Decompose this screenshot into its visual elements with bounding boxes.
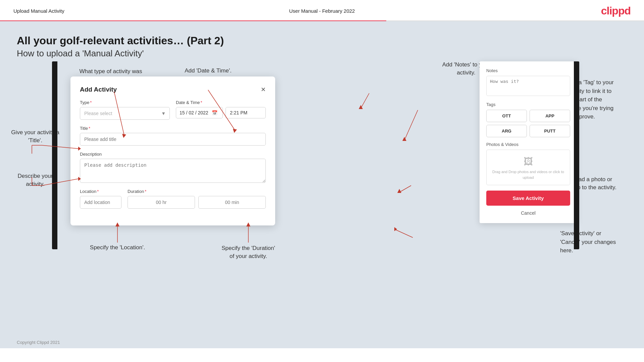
duration-hr-input[interactable] <box>128 196 195 209</box>
page-title: Upload Manual Activity <box>13 8 64 14</box>
modal-header: Add Activity ✕ <box>80 86 266 93</box>
notes-label: Notes <box>486 68 570 73</box>
tag-arg[interactable]: ARG <box>486 125 527 137</box>
calendar-icon: 📅 <box>212 110 217 115</box>
footer: Copyright Clippd 2021 <box>0 337 644 348</box>
annotation-duration: Specify the 'Duration' of your activity. <box>211 244 285 260</box>
form-row-type-date: Type* Please select ▼ Date & Time* 15 / … <box>80 100 266 120</box>
annotation-location: Specify the 'Location'. <box>84 244 151 251</box>
datetime-label: Date & Time* <box>176 100 266 105</box>
tag-ott[interactable]: OTT <box>486 110 527 122</box>
svg-marker-15 <box>402 137 406 141</box>
phone-side-bar-left <box>52 61 57 249</box>
page-subheading: How to upload a 'Manual Activity' <box>17 48 627 59</box>
svg-marker-19 <box>394 227 397 231</box>
phone-content: Notes Tags OTT APP ARG PUTT Photos & Vid… <box>480 61 577 223</box>
title-label: Title* <box>80 126 266 131</box>
top-bar: Upload Manual Activity User Manual - Feb… <box>0 0 644 20</box>
time-input[interactable] <box>226 107 266 118</box>
tags-grid: OTT APP ARG PUTT <box>486 110 570 137</box>
location-label: Location* <box>80 189 121 194</box>
add-activity-modal: Add Activity ✕ Type* Please select ▼ Dat… <box>70 76 275 225</box>
form-group-type: Type* Please select ▼ <box>80 100 170 120</box>
annotation-date-time: Add 'Date & Time'. <box>178 67 238 74</box>
type-select[interactable]: Please select <box>80 107 170 120</box>
date-input[interactable]: 15 / 02 / 2022 📅 <box>176 107 223 118</box>
phone-panel: Notes Tags OTT APP ARG PUTT Photos & Vid… <box>480 61 577 223</box>
form-group-location: Location* <box>80 189 121 209</box>
logo: clippd <box>601 5 631 17</box>
date-time-row: 15 / 02 / 2022 📅 <box>176 107 266 118</box>
svg-line-14 <box>404 110 418 140</box>
duration-min-input[interactable] <box>198 196 266 209</box>
duration-inputs <box>128 196 266 209</box>
svg-line-12 <box>361 93 369 108</box>
save-activity-button[interactable]: Save Activity <box>486 191 570 206</box>
upload-icon: 🖼 <box>490 156 566 167</box>
description-textarea[interactable] <box>80 159 266 183</box>
description-label: Description <box>80 152 266 157</box>
svg-marker-13 <box>359 105 363 109</box>
upload-text: Drag and Drop photos and videos or click… <box>490 169 566 180</box>
modal-close-button[interactable]: ✕ <box>261 86 266 93</box>
location-input[interactable] <box>80 196 121 209</box>
cancel-link[interactable]: Cancel <box>486 209 570 218</box>
form-row-title: Title* <box>80 126 266 146</box>
svg-line-16 <box>399 186 411 192</box>
tag-putt[interactable]: PUTT <box>530 125 570 137</box>
manual-title: User Manual - February 2022 <box>289 8 355 14</box>
svg-line-18 <box>394 229 413 238</box>
form-group-duration: Duration* <box>128 189 266 209</box>
main-content: All your golf-relevant activities… (Part… <box>0 21 644 337</box>
form-row-location-duration: Location* Duration* <box>80 189 266 209</box>
modal-title: Add Activity <box>80 86 117 93</box>
form-group-description: Description <box>80 152 266 183</box>
notes-textarea[interactable] <box>486 76 570 96</box>
type-label: Type* <box>80 100 170 105</box>
tag-app[interactable]: APP <box>530 110 570 122</box>
type-select-wrapper: Please select ▼ <box>80 107 170 120</box>
form-group-title: Title* <box>80 126 266 146</box>
phone-side-bar-right <box>574 61 579 249</box>
title-input[interactable] <box>80 133 266 146</box>
form-group-datetime: Date & Time* 15 / 02 / 2022 📅 <box>176 100 266 120</box>
svg-marker-17 <box>397 189 401 193</box>
photos-label: Photos & Videos <box>486 142 570 147</box>
photos-upload-area[interactable]: 🖼 Drag and Drop photos and videos or cli… <box>486 150 570 185</box>
tags-label: Tags <box>486 102 570 107</box>
copyright-text: Copyright Clippd 2021 <box>17 340 60 345</box>
annotation-save: 'Save Activity' or 'Cancel' your changes… <box>560 229 637 255</box>
form-row-description: Description <box>80 152 266 183</box>
page-heading: All your golf-relevant activities… (Part… <box>17 35 627 47</box>
duration-label: Duration* <box>128 189 266 194</box>
